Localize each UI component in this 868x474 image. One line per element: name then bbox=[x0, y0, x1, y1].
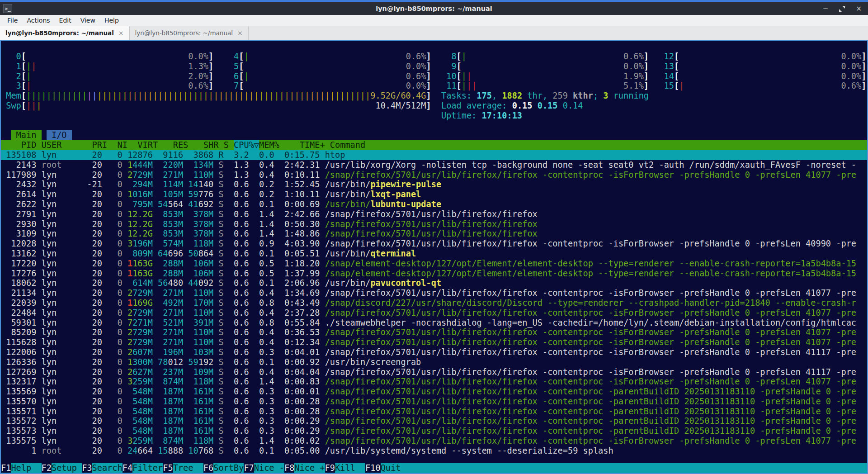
column-header-shr[interactable]: SHR bbox=[193, 140, 219, 150]
column-header-pri[interactable]: PRI bbox=[92, 140, 108, 150]
process-row[interactable]: 2614 lyn 20 0 1016M 105M 59776 S 0.6 0.2… bbox=[1, 190, 867, 199]
title-bar[interactable]: >_ lyn@lyn-b850mprors: ~/manual − × bbox=[0, 2, 868, 15]
process-row[interactable]: 2432 lyn -21 0 294M 114M 14140 S 0.6 0.2… bbox=[1, 180, 867, 190]
fkey-f5-label[interactable]: Tree bbox=[173, 463, 203, 473]
cpu-meter-bar: | bbox=[462, 52, 467, 61]
process-priority: 20 bbox=[87, 209, 102, 219]
process-row[interactable]: 85209 lyn 20 0 2729M 271M 110M S 0.6 0.4… bbox=[1, 327, 867, 337]
process-row[interactable]: 22484 lyn 20 0 2729M 271M 110M S 0.6 0.4… bbox=[1, 308, 867, 318]
tab-label: lyn@lyn-b850mprors: ~/manual bbox=[5, 29, 114, 37]
process-row[interactable]: 2930 lyn 20 0 12.2G 853M 378M S 0.6 1.4 … bbox=[1, 219, 867, 229]
process-time: 0:00.01 bbox=[279, 387, 320, 396]
fkey-f10-number[interactable]: F10 bbox=[365, 463, 381, 473]
process-row[interactable]: 135575 lyn 20 0 3259M 874M 118M S 0.6 1.… bbox=[1, 436, 867, 446]
fkey-f1-number[interactable]: F1 bbox=[1, 463, 11, 473]
fkey-f4-label[interactable]: Filter bbox=[132, 463, 163, 473]
process-command: htop bbox=[325, 150, 345, 160]
fkey-f3-number[interactable]: F3 bbox=[82, 463, 92, 473]
fkey-f8-number[interactable]: F8 bbox=[284, 463, 294, 473]
load-15min: 0.14 bbox=[563, 101, 583, 110]
process-row[interactable]: 2622 lyn 20 0 795M 54564 41692 S 0.6 0.1… bbox=[1, 199, 867, 209]
menu-item-view[interactable]: View bbox=[76, 15, 100, 26]
column-header-cpu-sorted[interactable]: CPU%▽ bbox=[234, 140, 259, 150]
menu-item-file[interactable]: File bbox=[3, 15, 22, 26]
process-row[interactable]: 12028 lyn 20 0 3196M 574M 118M S 0.6 0.9… bbox=[1, 239, 867, 249]
process-row[interactable]: 132317 lyn 20 0 3259M 874M 118M S 0.6 1.… bbox=[1, 377, 867, 387]
menu-item-help[interactable]: Help bbox=[100, 15, 123, 26]
process-row[interactable]: 117989 lyn 20 0 2729M 271M 110M S 1.3 0.… bbox=[1, 170, 867, 180]
fkey-f6-label[interactable]: SortBy bbox=[213, 463, 244, 473]
process-row[interactable]: 18062 lyn 20 0 614M 56480 44092 S 0.6 0.… bbox=[1, 278, 867, 288]
fkey-f8-label[interactable]: Nice + bbox=[294, 463, 325, 473]
fkey-f2-number[interactable]: F2 bbox=[42, 463, 52, 473]
terminal-tab-1[interactable]: lyn@lyn-b850mprors: ~/manual× bbox=[0, 26, 130, 40]
process-row[interactable]: 127269 lyn 20 0 2627M 237M 109M S 0.6 0.… bbox=[1, 367, 867, 377]
maximize-button[interactable] bbox=[839, 6, 845, 12]
process-row[interactable]: 135569 lyn 20 0 548M 187M 161M S 0.6 0.3… bbox=[1, 387, 867, 397]
process-row[interactable]: 2791 lyn 20 0 12.2G 853M 378M S 0.6 1.4 … bbox=[1, 209, 867, 219]
fkey-f9-number[interactable]: F9 bbox=[325, 463, 335, 473]
process-row[interactable]: 59301 lyn 20 0 7271M 521M 391M S 0.6 0.8… bbox=[1, 318, 867, 328]
process-row[interactable]: 135572 lyn 20 0 548M 187M 161M S 0.6 0.3… bbox=[1, 416, 867, 426]
cpu-meter-label: 9 bbox=[441, 62, 457, 71]
process-state: S bbox=[218, 357, 223, 367]
process-pid: 12028 bbox=[1, 239, 36, 248]
process-row[interactable]: 135573 lyn 20 0 548M 187M 161M S 0.6 0.3… bbox=[1, 426, 867, 436]
fkey-f5-number[interactable]: F5 bbox=[163, 463, 173, 473]
tab-close-icon[interactable]: × bbox=[118, 29, 124, 37]
process-row[interactable]: 13162 lyn 20 0 809M 64696 50864 S 0.6 0.… bbox=[1, 249, 867, 259]
process-row[interactable]: 22039 lyn 20 0 1169G 492M 170M S 0.6 0.8… bbox=[1, 298, 867, 308]
fkey-f2-label[interactable]: Setup bbox=[52, 463, 82, 473]
fkey-f1-label[interactable]: Help bbox=[11, 463, 41, 473]
fkey-f7-label[interactable]: Nice - bbox=[254, 463, 284, 473]
process-state: S bbox=[218, 436, 223, 446]
cpu-meter-label: 11 bbox=[441, 81, 457, 90]
process-time: 1:34.69 bbox=[279, 288, 320, 298]
process-row[interactable]: 17276 lyn 20 0 1163G 288M 106M S 0.6 0.5… bbox=[1, 269, 867, 279]
column-header-virt[interactable]: VIRT bbox=[132, 140, 158, 150]
process-state: S bbox=[218, 269, 223, 278]
column-header-state[interactable]: S bbox=[224, 140, 229, 150]
column-header-user[interactable]: USER bbox=[42, 140, 87, 150]
process-row[interactable]: 135571 lyn 20 0 548M 187M 161M S 0.6 0.3… bbox=[1, 407, 867, 417]
column-header-pid[interactable]: PID bbox=[1, 140, 36, 150]
fkey-f3-label[interactable]: Search bbox=[92, 463, 123, 473]
fkey-f4-number[interactable]: F4 bbox=[123, 463, 132, 473]
process-mem: 0.8 bbox=[254, 318, 274, 327]
process-mem: 0.4 bbox=[254, 288, 274, 298]
terminal-tab-2[interactable]: lyn@lyn-b850mprors: ~/manual× bbox=[130, 26, 249, 40]
process-row[interactable]: 21134 lyn 20 0 2729M 271M 110M S 0.6 0.4… bbox=[1, 288, 867, 298]
column-header-ni[interactable]: NI bbox=[112, 140, 127, 150]
screen-tab-io[interactable]: I/O bbox=[47, 130, 72, 140]
process-row[interactable]: 3109 lyn 20 0 12.2G 853M 378M S 0.6 1.4 … bbox=[1, 229, 867, 239]
process-row[interactable]: 115628 lyn 20 0 2729M 271M 110M S 0.6 0.… bbox=[1, 337, 867, 347]
column-header-res[interactable]: RES bbox=[163, 140, 188, 150]
load-5min: 0.15 bbox=[538, 101, 558, 110]
process-row[interactable]: 135108 lyn 20 0 12876 9116 3868 R 3.2 0.… bbox=[1, 150, 867, 160]
process-row[interactable]: 2143 root 20 0 1444M 220M 134M S 1.3 0.4… bbox=[1, 160, 867, 170]
cpu-meter-bar: | bbox=[244, 71, 249, 81]
menu-item-edit[interactable]: Edit bbox=[55, 15, 76, 26]
process-row[interactable]: 126336 lyn 20 0 1300M 78012 59192 S 0.6 … bbox=[1, 357, 867, 367]
fkey-f10-label[interactable]: Quit bbox=[381, 463, 411, 473]
fkey-f7-number[interactable]: F7 bbox=[244, 463, 254, 473]
minimize-button[interactable]: − bbox=[823, 5, 829, 12]
menu-item-actions[interactable]: Actions bbox=[22, 15, 54, 26]
process-row[interactable]: 1 root 20 0 24664 15888 10768 S 0.6 0.1 … bbox=[1, 446, 867, 456]
process-pid: 135569 bbox=[1, 387, 36, 396]
process-row[interactable]: 122006 lyn 20 0 2607M 196M 103M S 0.6 0.… bbox=[1, 347, 867, 357]
column-header-time[interactable]: TIME+ bbox=[284, 140, 325, 150]
process-row[interactable]: 135570 lyn 20 0 548M 187M 161M S 0.6 0.3… bbox=[1, 397, 867, 407]
terminal-screen[interactable]: 0[ 0.0%] 4[| 0.6%] 8[| 0.6%] 12[ 0.0%] 1… bbox=[0, 40, 868, 474]
screen-tab-main[interactable]: Main bbox=[11, 130, 41, 140]
cpu-meter-value: 0.0% bbox=[841, 52, 861, 61]
process-row[interactable]: 17220 lyn 20 0 1163G 288M 106M S 0.6 0.5… bbox=[1, 259, 867, 269]
close-button[interactable]: × bbox=[856, 5, 862, 12]
fkey-f6-number[interactable]: F6 bbox=[203, 463, 213, 473]
tab-close-icon[interactable]: × bbox=[237, 29, 243, 37]
column-header-mem[interactable]: MEM% bbox=[259, 140, 279, 150]
process-command: /snap/firefox/5701/usr/lib/firefox/firef… bbox=[325, 239, 856, 248]
column-header-command[interactable]: Command bbox=[330, 140, 365, 150]
fkey-f9-label[interactable]: Kill bbox=[335, 463, 365, 473]
process-priority: 20 bbox=[87, 377, 102, 386]
